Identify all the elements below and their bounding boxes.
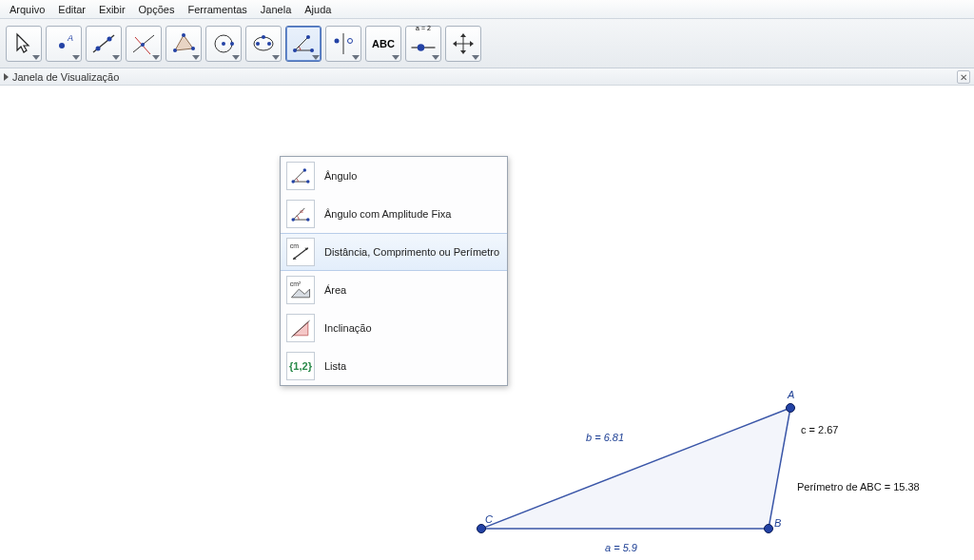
tool-text[interactable]: ABC <box>365 26 401 62</box>
chevron-down-icon <box>352 55 360 60</box>
menu-editar[interactable]: Editar <box>54 2 89 17</box>
svg-point-42 <box>765 525 773 533</box>
point-icon: A <box>49 29 78 58</box>
chevron-down-icon <box>192 55 200 60</box>
tool-conic[interactable] <box>245 26 282 62</box>
tool-slider[interactable]: a = 2 <box>405 26 441 62</box>
chevron-down-icon <box>272 55 280 60</box>
svg-point-18 <box>262 35 265 39</box>
svg-point-43 <box>477 525 486 533</box>
menu-ajuda[interactable]: Ajuda <box>301 2 335 17</box>
angle-icon <box>289 29 318 58</box>
chevron-down-icon <box>152 55 160 60</box>
chevron-down-icon <box>432 55 439 60</box>
area-icon: cm² <box>286 276 315 304</box>
svg-point-0 <box>59 43 65 48</box>
dropdown-item-label: Distância, Comprimento ou Perímetro <box>324 246 499 258</box>
side-label-a: a = 5.9 <box>605 542 637 553</box>
dropdown-item-inclinacao[interactable]: Inclinação <box>281 309 507 347</box>
svg-point-30 <box>306 180 309 183</box>
list-icon: {1,2} <box>286 352 315 380</box>
chevron-down-icon <box>392 55 399 60</box>
side-label-b: b = 6.81 <box>586 432 624 443</box>
toolbar: A ABC a = 2 <box>0 19 974 68</box>
perpendicular-icon <box>129 29 158 58</box>
svg-point-24 <box>348 38 353 43</box>
tool-perpendicular[interactable] <box>126 26 162 62</box>
svg-marker-40 <box>481 408 790 529</box>
angle-fixed-icon: α <box>286 200 315 228</box>
move-view-icon <box>449 29 477 58</box>
tool-move-view[interactable] <box>445 26 481 62</box>
graphics-view[interactable]: Ângulo α Ângulo com Amplitude Fixa cm Di… <box>0 86 974 560</box>
svg-point-20 <box>310 48 314 52</box>
dropdown-item-distancia[interactable]: cm Distância, Comprimento ou Perímetro <box>281 233 507 271</box>
side-label-c: c = 2.67 <box>801 424 838 435</box>
chevron-down-icon <box>232 55 240 60</box>
svg-marker-8 <box>175 35 193 50</box>
vertex-label-A: A <box>788 389 794 400</box>
ellipse-icon <box>249 29 278 58</box>
angle-icon <box>286 162 315 190</box>
tool-reflect[interactable] <box>325 26 361 62</box>
svg-point-11 <box>173 48 177 52</box>
svg-point-19 <box>293 48 297 52</box>
svg-text:A: A <box>67 33 73 43</box>
chevron-down-icon <box>312 55 320 60</box>
cursor-icon <box>10 29 38 58</box>
svg-point-9 <box>182 33 185 37</box>
distance-icon: cm <box>286 238 315 266</box>
dropdown-item-label: Ângulo com Amplitude Fixa <box>324 208 451 220</box>
vertex-label-C: C <box>485 513 493 525</box>
circle-icon <box>209 29 238 58</box>
dropdown-item-label: Lista <box>324 360 346 372</box>
svg-point-13 <box>222 42 225 46</box>
tool-measure[interactable] <box>285 26 321 62</box>
chevron-down-icon <box>32 55 40 60</box>
dropdown-item-lista[interactable]: {1,2} Lista <box>281 347 507 385</box>
slope-icon <box>286 314 315 342</box>
svg-point-14 <box>230 42 234 46</box>
chevron-down-icon <box>72 55 80 60</box>
svg-point-34 <box>306 218 309 221</box>
vertex-label-B: B <box>774 517 781 529</box>
svg-point-16 <box>256 42 260 46</box>
svg-text:cm: cm <box>290 242 299 249</box>
dropdown-item-angulo-amp[interactable]: α Ângulo com Amplitude Fixa <box>281 195 507 233</box>
svg-point-10 <box>191 47 195 50</box>
dropdown-item-area[interactable]: cm² Área <box>281 271 507 309</box>
reflect-icon <box>329 29 358 58</box>
menu-bar: Arquivo Editar Exibir Opções Ferramentas… <box>0 0 974 19</box>
svg-point-29 <box>291 180 294 183</box>
svg-point-7 <box>141 43 145 47</box>
svg-text:α: α <box>300 208 303 214</box>
measure-tool-dropdown: Ângulo α Ângulo com Amplitude Fixa cm Di… <box>280 156 508 386</box>
chevron-down-icon <box>472 55 479 60</box>
svg-point-31 <box>303 168 306 171</box>
polygon-icon <box>169 29 198 58</box>
menu-ferramentas[interactable]: Ferramentas <box>184 2 250 17</box>
svg-point-41 <box>787 404 795 413</box>
tool-polygon[interactable] <box>166 26 202 62</box>
graphics-panel-header: Janela de Visualização ✕ <box>0 68 974 86</box>
tool-line[interactable] <box>86 26 122 62</box>
dropdown-item-angulo[interactable]: Ângulo <box>281 157 507 195</box>
tool-circle[interactable] <box>205 26 242 62</box>
menu-arquivo[interactable]: Arquivo <box>6 2 49 17</box>
panel-close-button[interactable]: ✕ <box>957 70 970 84</box>
expand-icon[interactable] <box>4 73 9 81</box>
svg-point-4 <box>107 36 112 41</box>
menu-exibir[interactable]: Exibir <box>95 2 129 17</box>
menu-opcoes[interactable]: Opções <box>135 2 179 17</box>
perimeter-label: Perímetro de ABC = 15.38 <box>797 481 920 492</box>
svg-point-23 <box>335 38 340 43</box>
tool-move[interactable] <box>6 26 42 62</box>
svg-point-26 <box>418 44 425 51</box>
dropdown-item-label: Ângulo <box>324 170 357 182</box>
menu-janela[interactable]: Janela <box>257 2 295 17</box>
panel-title: Janela de Visualização <box>12 71 119 83</box>
svg-point-17 <box>267 42 271 46</box>
tool-point[interactable]: A <box>46 26 82 62</box>
svg-line-36 <box>293 248 308 260</box>
line-icon <box>89 29 118 58</box>
